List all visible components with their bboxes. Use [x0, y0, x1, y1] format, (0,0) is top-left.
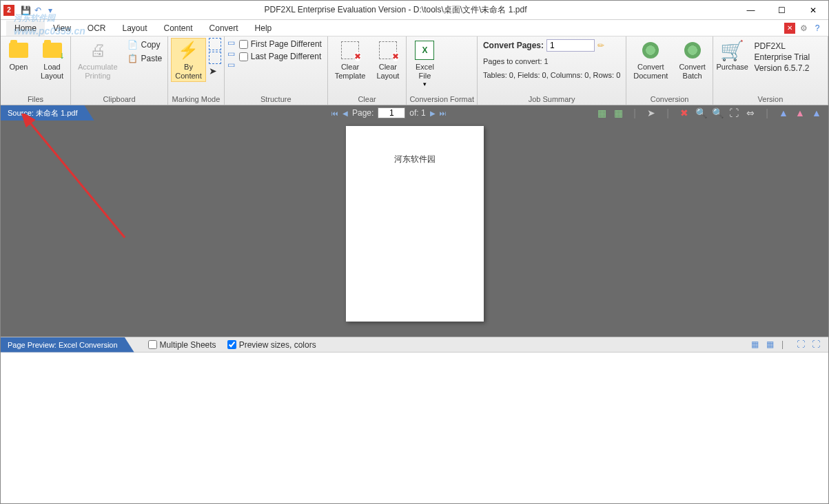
tool-icon-1[interactable]: ▦	[595, 107, 608, 119]
maximize-button[interactable]: ☐	[766, 1, 797, 20]
zoom-out-icon[interactable]: 🔍	[695, 107, 707, 119]
menu-ocr[interactable]: OCR	[79, 21, 114, 36]
last-page-different-checkbox[interactable]: Last Page Different	[238, 50, 323, 63]
first-page-icon[interactable]: ⏮	[331, 109, 338, 117]
ribbon-group-files: Open Load Layout Files	[1, 36, 71, 105]
eraser-icon[interactable]: ✏	[597, 41, 604, 50]
page-input[interactable]	[378, 107, 405, 118]
pdf-page[interactable]: 河东软件园	[346, 126, 484, 322]
tool-sep: |	[628, 107, 641, 119]
source-tab: Source: 未命名 1.pdf	[1, 105, 94, 120]
page-of-label: of: 1	[409, 108, 425, 118]
next-page-icon[interactable]: ▶	[430, 109, 436, 117]
marking-tool-2-icon[interactable]	[209, 52, 221, 64]
ribbon-group-conv-format: X Excel File ▾ Conversion Format	[407, 36, 478, 105]
rotate-icon[interactable]: ▲	[810, 107, 823, 119]
preview-pane[interactable]	[1, 352, 828, 503]
close-x-icon[interactable]: ✕	[784, 23, 795, 34]
ribbon-group-version: 🛒 Purchase PDF2XL Enterprise Trial Versi…	[713, 36, 828, 105]
minimize-button[interactable]: —	[735, 1, 766, 20]
zoom-in-icon[interactable]: 🔍	[711, 107, 724, 119]
convert-document-button[interactable]: Convert Document	[629, 38, 672, 82]
multiple-sheets-checkbox[interactable]: Multiple Sheets	[148, 340, 216, 350]
folder-load-icon	[43, 43, 62, 58]
page-controls: ⏮ ◀ Page: of: 1 ▶ ⏭	[331, 105, 447, 120]
convert-pages-label: Convert Pages:	[483, 41, 544, 50]
menubar: Home View OCR Layout Content Convert Hel…	[1, 20, 828, 36]
lightning-icon: ⚡	[177, 39, 199, 61]
prev-page-icon[interactable]: ◀	[342, 109, 348, 117]
qat-undo-icon[interactable]: ↶	[32, 5, 43, 16]
tool-icon-2[interactable]: ▦	[612, 107, 624, 119]
clear-template-icon	[341, 41, 359, 59]
clear-layout-icon	[379, 41, 397, 59]
delete-tool-icon[interactable]: ✖	[678, 107, 690, 119]
document-area[interactable]: 河东软件园	[1, 120, 828, 337]
structure-icon-1[interactable]: ▭	[227, 38, 235, 48]
paste-button[interactable]: 📋Paste	[125, 52, 165, 65]
preview-icon-4[interactable]: ⛶	[812, 339, 823, 350]
ribbon-group-job-summary: Convert Pages: ✏ Pages to convert: 1 Tab…	[478, 36, 626, 105]
pages-to-convert-text: Pages to convert: 1	[480, 56, 623, 67]
help-icon[interactable]: ?	[812, 23, 823, 34]
copy-button[interactable]: 📄Copy	[125, 38, 165, 52]
open-button[interactable]: Open	[3, 38, 34, 73]
preview-icon-3[interactable]: ⛶	[797, 339, 808, 350]
qat-dropdown-icon[interactable]: ▾	[45, 5, 56, 16]
menu-content[interactable]: Content	[156, 21, 201, 36]
page-text: 河东软件园	[360, 154, 470, 165]
cursor-icon[interactable]: ➤	[209, 65, 221, 76]
preview-sep: |	[781, 339, 792, 350]
settings-gear-icon[interactable]: ⚙	[798, 23, 809, 34]
preview-icon-1[interactable]: ▦	[751, 339, 762, 350]
app-icon: 2	[3, 5, 14, 16]
gears-icon	[684, 42, 701, 59]
ribbon-group-clear: Clear Template Clear Layout Clear	[328, 36, 407, 105]
ribbon-group-clipboard: 🖨 Accumulate Printing 📄Copy 📋Paste Clipb…	[71, 36, 168, 105]
fit-width-icon[interactable]: ⇔	[744, 107, 757, 119]
source-bar: Source: 未命名 1.pdf ⏮ ◀ Page: of: 1 ▶ ⏭ ▦ …	[1, 105, 828, 120]
fit-page-icon[interactable]: ⛶	[728, 107, 740, 119]
folder-open-icon	[9, 43, 28, 58]
counts-text: Tables: 0, Fields: 0, Columns: 0, Rows: …	[480, 70, 623, 81]
menu-home[interactable]: Home	[6, 21, 45, 36]
menu-layout[interactable]: Layout	[114, 21, 155, 36]
annotation-arrow	[14, 114, 152, 251]
tool-sep2: |	[662, 107, 674, 119]
menu-view[interactable]: View	[45, 21, 79, 36]
menu-convert[interactable]: Convert	[201, 21, 247, 36]
clear-template-button[interactable]: Clear Template	[331, 38, 370, 82]
by-content-button[interactable]: ⚡ By Content	[171, 38, 206, 82]
ribbon-group-marking: ⚡ By Content ➤ Marking Mode	[168, 36, 225, 105]
accumulate-printing-button[interactable]: 🖨 Accumulate Printing	[74, 38, 121, 82]
structure-icon-2[interactable]: ▭	[227, 49, 235, 59]
purchase-button[interactable]: 🛒 Purchase	[716, 38, 749, 73]
menu-help[interactable]: Help	[247, 21, 280, 36]
flip-v-icon[interactable]: ▲	[794, 107, 806, 119]
printer-icon: 🖨	[87, 39, 109, 61]
flip-h-icon[interactable]: ▲	[777, 107, 790, 119]
pointer-tool-icon[interactable]: ➤	[645, 107, 657, 119]
convert-pages-input[interactable]	[546, 39, 595, 52]
convert-batch-button[interactable]: Convert Batch	[675, 38, 710, 82]
preview-bar: Page Preview: Excel Conversion Multiple …	[1, 337, 828, 352]
cart-icon: 🛒	[721, 39, 744, 61]
preview-icon-2[interactable]: ▦	[766, 339, 777, 350]
ribbon: Open Load Layout Files 🖨 Accumulate Prin…	[1, 36, 828, 105]
clear-layout-button[interactable]: Clear Layout	[372, 38, 403, 82]
load-layout-button[interactable]: Load Layout	[37, 38, 68, 82]
last-page-icon[interactable]: ⏭	[440, 109, 447, 117]
qat-save-icon[interactable]: 💾	[20, 5, 31, 16]
structure-icon-3[interactable]: ▭	[227, 60, 235, 70]
first-page-different-checkbox[interactable]: First Page Different	[238, 38, 323, 50]
titlebar: 2 💾 ↶ ▾ PDF2XL Enterprise Evaluation Ver…	[1, 1, 828, 20]
preview-tab: Page Preview: Excel Conversion	[1, 337, 134, 353]
excel-file-button[interactable]: X Excel File ▾	[409, 38, 440, 89]
close-button[interactable]: ✕	[797, 1, 828, 20]
tool-sep3: |	[761, 107, 773, 119]
paste-icon: 📋	[127, 53, 139, 64]
excel-icon: X	[415, 41, 434, 60]
ribbon-group-structure: ▭ ▭ ▭ First Page Different Last Page Dif…	[225, 36, 328, 105]
marking-tool-1-icon[interactable]	[209, 38, 221, 50]
preview-sizes-checkbox[interactable]: Preview sizes, colors	[227, 340, 316, 350]
